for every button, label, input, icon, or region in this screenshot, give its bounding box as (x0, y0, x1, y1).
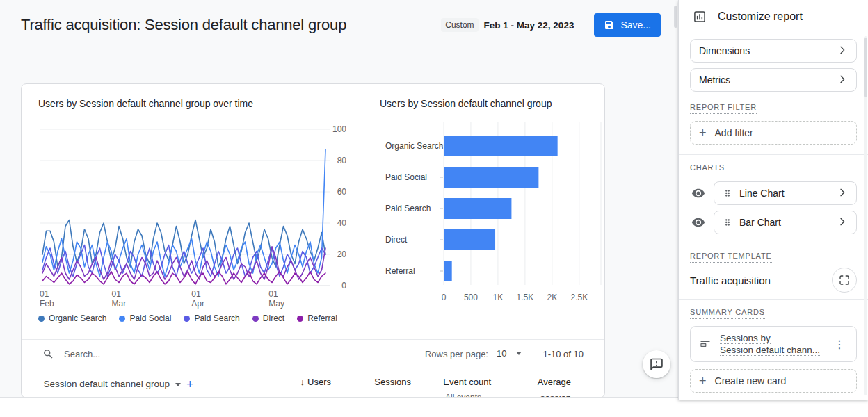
visibility-eye-icon[interactable] (690, 185, 707, 202)
svg-text:40: 40 (337, 218, 347, 228)
column-header-event-count[interactable]: Event count All events (411, 377, 491, 398)
dimension-dropdown-icon[interactable] (175, 383, 181, 386)
create-new-card-button[interactable]: + Create new card (690, 369, 857, 393)
kebab-menu-icon[interactable]: ⋮ (830, 338, 849, 351)
svg-text:0: 0 (341, 281, 346, 291)
column-header-average-session[interactable]: Average session (491, 377, 571, 398)
customize-report-panel: Customize report Dimensions Metrics REPO… (678, 0, 868, 400)
save-button[interactable]: Save... (594, 13, 661, 37)
bar-chart-title: Users by Session default channel group (380, 98, 605, 109)
panel-title: Customize report (718, 10, 803, 23)
table-toolbar: Rows per page: 10 1-10 of 10 (22, 339, 604, 368)
svg-text:60: 60 (337, 187, 347, 197)
add-filter-button[interactable]: + Add filter (690, 121, 857, 145)
legend-item: Referral (297, 313, 337, 323)
svg-text:100: 100 (332, 124, 346, 134)
date-range-label: Feb 1 - May 22, 2023 (484, 20, 574, 31)
rows-per-page-label: Rows per page: (425, 349, 488, 359)
svg-text:Apr: Apr (191, 299, 204, 309)
report-main-area: Traffic acquisition: Session default cha… (0, 0, 678, 398)
svg-text:1.5K: 1.5K (517, 293, 534, 302)
line-chart-setting[interactable]: Line Chart (714, 181, 857, 205)
svg-text:80: 80 (337, 156, 347, 165)
panel-header: Customize report (679, 0, 868, 33)
unlink-template-button[interactable] (832, 268, 857, 293)
visibility-eye-icon[interactable] (690, 214, 707, 231)
legend-label: Paid Search (194, 313, 239, 323)
svg-text:20: 20 (337, 250, 347, 259)
legend-dot-icon (119, 316, 125, 322)
dimensions-button[interactable]: Dimensions (690, 39, 857, 63)
report-card: Users by Session default channel group o… (21, 83, 605, 398)
plus-icon: + (699, 375, 707, 387)
dimension-header-cell[interactable]: Session default channel group + (22, 377, 216, 398)
svg-text:Mar: Mar (112, 299, 127, 309)
feedback-button[interactable] (643, 350, 670, 378)
bar-chart-setting[interactable]: Bar Chart (714, 211, 857, 234)
report-template-section-label: REPORT TEMPLATE (690, 252, 772, 263)
plus-icon: + (699, 126, 707, 139)
report-filter-section-label: REPORT FILTER (690, 103, 757, 114)
bar-chart-row: Bar Chart (690, 211, 857, 234)
users-column-label: Users (307, 377, 331, 389)
search-icon (42, 348, 54, 360)
event-filter-select[interactable]: All events (411, 393, 491, 398)
svg-text:Direct: Direct (385, 235, 408, 245)
main-scrollbar[interactable] (674, 6, 677, 28)
header-divider (584, 15, 584, 35)
svg-text:May: May (268, 299, 284, 309)
metrics-label: Metrics (699, 74, 730, 85)
line-chart-title: Users by Session default channel group o… (38, 98, 372, 109)
svg-text:Referral: Referral (385, 266, 415, 276)
chevron-right-icon (837, 74, 848, 87)
template-name: Traffic acquisition (690, 275, 771, 286)
line-chart-legend: Organic SearchPaid SocialPaid SearchDire… (38, 313, 372, 323)
page-title: Traffic acquisition: Session default cha… (21, 16, 346, 34)
add-dimension-button[interactable]: + (186, 379, 194, 390)
legend-dot-icon (184, 316, 190, 322)
line-chart-item-label: Line Chart (739, 188, 785, 199)
summary-cards-section-label: SUMMARY CARDS (690, 308, 765, 319)
event-count-column-label: Event count (443, 377, 491, 389)
column-header-users[interactable]: ↓Users (216, 377, 331, 387)
svg-text:Feb: Feb (40, 299, 54, 309)
dimension-header-label: Session default channel group (43, 379, 170, 389)
date-mode-chip: Custom (441, 18, 478, 32)
svg-text:01: 01 (112, 289, 122, 299)
bar-chart-block: Users by Session default channel group 0… (380, 98, 605, 306)
svg-text:Paid Social: Paid Social (385, 172, 427, 182)
add-filter-label: Add filter (715, 127, 753, 138)
legend-label: Direct (263, 313, 284, 323)
line-chart-block: Users by Session default channel group o… (38, 98, 372, 323)
date-range-picker[interactable]: Custom Feb 1 - May 22, 2023 (441, 18, 574, 32)
charts-section-label: CHARTS (690, 163, 725, 174)
panel-scrollbar-thumb[interactable] (864, 38, 867, 97)
legend-item: Paid Search (184, 313, 239, 323)
report-template-row: Traffic acquisition (690, 267, 857, 293)
metrics-button[interactable]: Metrics (690, 68, 857, 92)
rows-per-page-value: 10 (497, 348, 506, 359)
summary-card-item[interactable]: Sessions by Session default chann... ⋮ (690, 326, 857, 362)
rows-per-page-select[interactable]: 10 (495, 347, 523, 361)
summary-card-line1: Sessions by (720, 333, 771, 344)
create-card-label: Create new card (715, 375, 787, 386)
svg-text:01: 01 (40, 289, 49, 299)
app-root: Traffic acquisition: Session default cha… (0, 0, 868, 417)
scan-frame-icon (838, 274, 851, 286)
bar-chart-svg: 05001K1.5K2K2.5KOrganic SearchPaid Socia… (380, 115, 605, 306)
event-filter-caret-icon (485, 397, 491, 398)
pagination-range: 1-10 of 10 (542, 349, 584, 359)
section-divider (679, 299, 868, 300)
feedback-bubble-icon (650, 357, 664, 371)
legend-dot-icon (38, 316, 45, 322)
section-divider (679, 154, 868, 155)
search-input[interactable] (64, 349, 217, 359)
save-icon (604, 19, 615, 31)
caret-down-icon (516, 352, 522, 355)
drag-handle-icon[interactable] (723, 188, 732, 198)
bar-chart-item-label: Bar Chart (739, 217, 781, 228)
svg-text:2K: 2K (547, 293, 558, 302)
drag-handle-icon[interactable] (723, 218, 732, 227)
chevron-right-icon (837, 44, 848, 58)
column-header-sessions[interactable]: Sessions (331, 377, 411, 387)
